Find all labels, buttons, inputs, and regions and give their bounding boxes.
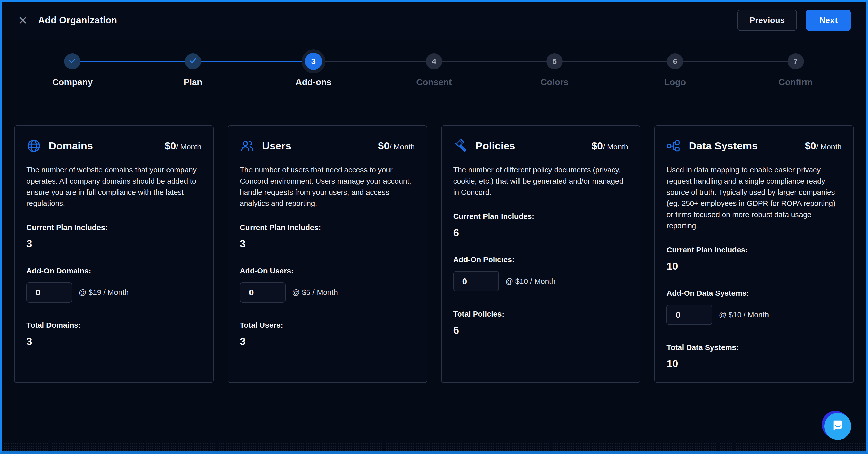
addon-label: Add-On Domains: <box>26 266 202 275</box>
step-label: Confirm <box>779 77 813 87</box>
total-label: Total Domains: <box>26 321 202 329</box>
price-suffix: / Month <box>176 142 202 151</box>
data-systems-card: Data Systems $0 / Month Used in data map… <box>654 125 854 383</box>
card-price: $0 / Month <box>805 140 842 152</box>
current-plan-value: 3 <box>26 238 202 250</box>
total-value: 10 <box>666 358 842 370</box>
step-label: Colors <box>540 77 568 87</box>
globe-icon <box>26 138 41 153</box>
chat-bubble-icon <box>824 413 851 440</box>
addon-row: @ $10 / Month <box>666 304 842 325</box>
step-pending-circle: 5 <box>547 53 563 69</box>
step-circle-wrap <box>185 49 201 73</box>
step-pending-circle: 6 <box>667 53 683 69</box>
card-title: Users <box>262 140 291 152</box>
addon-rate: @ $10 / Month <box>505 277 556 286</box>
policies-card: Policies $0 / Month The number of differ… <box>441 125 641 383</box>
next-button[interactable]: Next <box>806 10 851 31</box>
gavel-icon <box>453 138 468 153</box>
price-suffix: / Month <box>603 142 628 151</box>
check-icon <box>68 57 76 66</box>
check-icon <box>189 57 197 66</box>
addon-rate: @ $10 / Month <box>719 311 769 319</box>
topbar: ✕ Add Organization Previous Next <box>2 2 866 39</box>
current-plan-value: 3 <box>240 238 415 250</box>
current-plan-label: Current Plan Includes: <box>453 212 628 221</box>
card-price: $0 / Month <box>378 140 415 152</box>
total-value: 6 <box>453 324 628 336</box>
addon-row: @ $10 / Month <box>453 271 628 291</box>
card-title: Data Systems <box>689 140 757 152</box>
previous-button[interactable]: Previous <box>737 10 797 31</box>
addon-row: @ $19 / Month <box>26 282 202 302</box>
card-header: Users $0 / Month <box>240 138 415 153</box>
domains-card: Domains $0 / Month The number of website… <box>14 125 214 383</box>
addon-row: @ $5 / Month <box>240 282 415 302</box>
step-label: Add-ons <box>296 77 332 87</box>
step-circle-wrap: 7 <box>787 49 804 73</box>
step-colors[interactable]: 5 Colors <box>494 49 615 87</box>
step-logo[interactable]: 6 Logo <box>615 49 735 87</box>
current-plan-value: 10 <box>666 260 842 272</box>
step-circle-wrap: 3 <box>305 49 322 73</box>
addon-quantity-input[interactable] <box>26 282 72 302</box>
card-title: Domains <box>49 140 93 152</box>
step-active-circle: 3 <box>305 53 322 70</box>
addon-rate: @ $19 / Month <box>79 288 129 297</box>
step-confirm[interactable]: 7 Confirm <box>735 49 856 87</box>
step-complete-circle <box>64 53 81 69</box>
steps-row: Company Plan 3 Add-ons 4 Consent 5 <box>12 49 856 87</box>
price-suffix: / Month <box>389 142 415 151</box>
price-amount: $0 <box>592 140 603 152</box>
step-plan[interactable]: Plan <box>133 49 253 87</box>
total-label: Total Policies: <box>453 310 628 318</box>
total-value: 3 <box>240 335 415 348</box>
card-price: $0 / Month <box>592 140 628 152</box>
price-suffix: / Month <box>816 142 842 151</box>
card-header: Policies $0 / Month <box>453 138 628 153</box>
addon-quantity-input[interactable] <box>666 304 712 325</box>
card-title: Policies <box>476 140 516 152</box>
stepper: Company Plan 3 Add-ons 4 Consent 5 <box>2 49 866 87</box>
data-systems-icon <box>666 138 681 153</box>
card-description: The number of different policy documents… <box>453 164 628 198</box>
current-plan-label: Current Plan Includes: <box>240 223 415 232</box>
step-label: Logo <box>664 77 686 87</box>
total-label: Total Users: <box>240 321 415 329</box>
total-label: Total Data Systems: <box>666 343 842 352</box>
step-pending-circle: 4 <box>426 53 442 69</box>
addon-quantity-input[interactable] <box>453 271 499 291</box>
current-plan-label: Current Plan Includes: <box>26 223 202 232</box>
current-plan-label: Current Plan Includes: <box>666 246 842 254</box>
step-label: Company <box>52 77 93 87</box>
step-complete-circle <box>185 53 201 69</box>
card-price: $0 / Month <box>165 140 202 152</box>
addon-quantity-input[interactable] <box>240 282 285 302</box>
addon-cards: Domains $0 / Month The number of website… <box>2 125 866 383</box>
step-circle-wrap <box>64 49 81 73</box>
bottom-texture <box>2 442 866 451</box>
step-circle-wrap: 4 <box>426 49 442 73</box>
step-label: Plan <box>184 77 202 87</box>
card-header: Data Systems $0 / Month <box>666 138 842 153</box>
card-description: The number of website domains that your … <box>26 164 202 209</box>
card-header: Domains $0 / Month <box>26 138 202 153</box>
step-circle-wrap: 6 <box>667 49 683 73</box>
addon-rate: @ $5 / Month <box>292 288 338 297</box>
close-icon[interactable]: ✕ <box>17 15 28 26</box>
addon-label: Add-On Users: <box>240 266 415 275</box>
price-amount: $0 <box>805 140 816 152</box>
step-pending-circle: 7 <box>787 53 804 69</box>
card-description: Used in data mapping to enable easier pr… <box>666 164 842 231</box>
step-add-ons[interactable]: 3 Add-ons <box>253 49 374 87</box>
price-amount: $0 <box>165 140 176 152</box>
step-consent[interactable]: 4 Consent <box>374 49 494 87</box>
step-label: Consent <box>416 77 452 87</box>
users-card: Users $0 / Month The number of users tha… <box>228 125 427 383</box>
users-icon <box>240 138 254 153</box>
total-value: 3 <box>26 335 202 348</box>
addon-label: Add-On Policies: <box>453 255 628 264</box>
step-company[interactable]: Company <box>12 49 133 87</box>
page-title: Add Organization <box>38 15 117 26</box>
chat-launcher-button[interactable] <box>822 410 851 440</box>
